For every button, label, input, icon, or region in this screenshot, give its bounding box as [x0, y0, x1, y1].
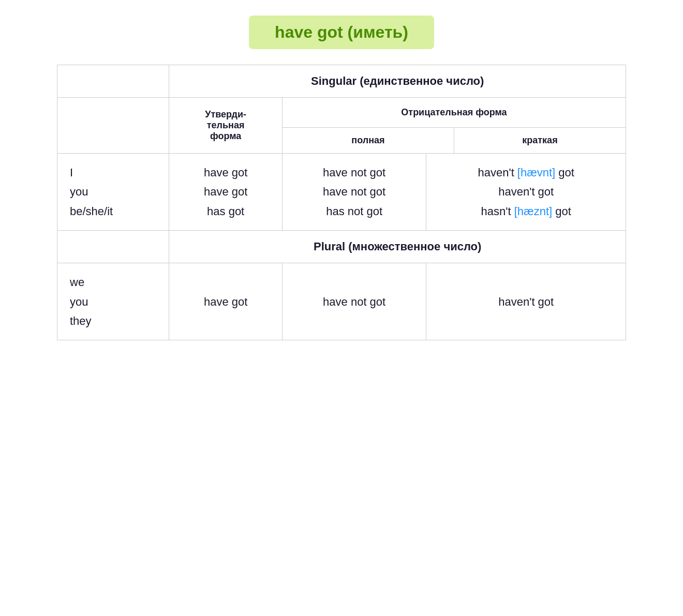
singular-header: Singular (единственное число)	[169, 65, 626, 98]
page-title: have got (иметь)	[275, 23, 408, 41]
plural-negative-short: haven't got	[426, 263, 626, 340]
negative-top-label: Отрицательная форма	[283, 98, 626, 118]
negative-header-cell: Отрицательная форма полная краткая	[282, 98, 626, 154]
singular-section-row: Singular (единственное число)	[57, 65, 626, 98]
page-container: have got (иметь) Singular (единственное …	[57, 16, 626, 340]
negative-outer: Отрицательная форма полная краткая	[283, 98, 626, 153]
singular-negative-short: haven't [hævnt] got haven't got hasn't […	[426, 154, 626, 231]
singular-pronouns: Iyoube/she/it	[57, 154, 169, 231]
plural-pronouns: weyouthey	[57, 263, 169, 340]
full-form-label: полная	[283, 128, 454, 153]
empty-cell-singular	[57, 65, 169, 98]
singular-data-row: Iyoube/she/it have gothave gothas got ha…	[57, 154, 626, 231]
transcription-haevnt: [hævnt]	[517, 166, 555, 179]
column-headers-row: Утверди-тельнаяформа Отрицательная форма…	[57, 98, 626, 154]
singular-negative-full: have not gothave not gothas not got	[282, 154, 426, 231]
singular-affirmative: have gothave gothas got	[169, 154, 282, 231]
empty-cell-plural	[57, 231, 169, 263]
transcription-haeznt: [hæznt]	[514, 205, 552, 218]
affirmative-header: Утверди-тельнаяформа	[169, 98, 282, 154]
negative-bottom: полная краткая	[283, 127, 626, 153]
grammar-table: Singular (единственное число) Утверди-те…	[57, 65, 626, 340]
plural-data-row: weyouthey have got have not got haven't …	[57, 263, 626, 340]
plural-header: Plural (множественное число)	[169, 231, 626, 263]
plural-affirmative: have got	[169, 263, 282, 340]
title-badge: have got (иметь)	[249, 16, 434, 49]
short-form-label: краткая	[454, 128, 626, 153]
empty-cell-headers	[57, 98, 169, 154]
plural-section-row: Plural (множественное число)	[57, 231, 626, 263]
plural-negative-full: have not got	[282, 263, 426, 340]
